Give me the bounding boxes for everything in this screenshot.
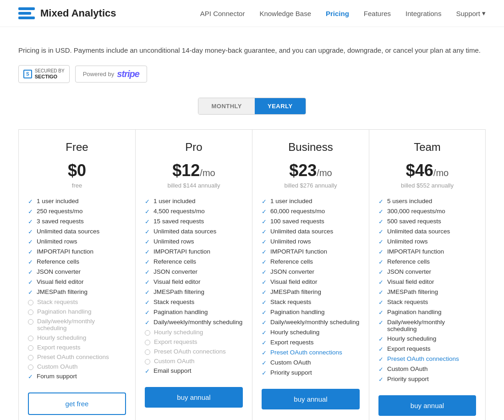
plan-billing: billed $276 annually — [262, 182, 360, 189]
yearly-toggle[interactable]: YEARLY — [255, 98, 306, 114]
circle-icon — [145, 330, 150, 336]
feature-item: ✓ Reference cells — [28, 257, 126, 267]
plan-billing: free — [28, 182, 126, 189]
check-icon: ✓ — [378, 218, 383, 225]
check-icon: ✓ — [378, 238, 383, 245]
feature-item: ✓ IMPORTAPI function — [145, 247, 243, 257]
feature-item: ✓ 15 saved requests — [145, 216, 243, 227]
circle-icon — [145, 359, 150, 365]
feature-item: Stack requests — [28, 297, 126, 307]
check-icon: ✓ — [378, 356, 383, 363]
check-icon: ✓ — [28, 289, 33, 296]
check-icon: ✓ — [378, 208, 383, 215]
sectigo-text: SECURED BY SECTIGO — [35, 68, 65, 80]
monthly-toggle[interactable]: MONTHLY — [198, 98, 255, 114]
feature-item: ✓ 5 users included — [378, 196, 476, 206]
feature-item: ✓ Daily/weekly/monthly scheduling — [145, 317, 243, 327]
circle-icon — [145, 340, 150, 345]
feature-item: Hourly scheduling — [145, 327, 243, 337]
plan-price: $0 — [28, 161, 126, 180]
check-icon: ✓ — [378, 376, 383, 383]
check-icon: ✓ — [262, 329, 267, 336]
feature-item: Custom OAuth — [28, 362, 126, 371]
nav-knowledge-base[interactable]: Knowledge Base — [259, 10, 311, 17]
plan-name: Team — [378, 141, 476, 154]
feature-item: Export requests — [28, 343, 126, 352]
plan-price: $23/mo — [262, 161, 360, 180]
check-icon: ✓ — [145, 208, 150, 215]
logo-icon — [18, 7, 35, 19]
logo-text: Mixed Analytics — [40, 7, 116, 19]
plan-cta-button[interactable]: buy annual — [378, 395, 476, 416]
feature-item: ✓ Hourly scheduling — [262, 327, 360, 337]
sectigo-s-icon: S — [23, 70, 32, 78]
badges: S SECURED BY SECTIGO Powered by stripe — [18, 65, 486, 83]
check-icon: ✓ — [28, 208, 33, 215]
check-icon: ✓ — [262, 269, 267, 276]
plan-cta-button[interactable]: buy annual — [145, 387, 243, 408]
circle-icon — [28, 336, 33, 341]
toggle-group: MONTHLY YEARLY — [198, 98, 306, 115]
feature-item: ✓ 250 requests/mo — [28, 206, 126, 216]
check-icon: ✓ — [145, 259, 150, 265]
pricing-card-free: Free $0 free ✓ 1 user included ✓ 250 req… — [18, 129, 135, 420]
plan-price: $46/mo — [378, 161, 476, 180]
logo-bar-3 — [18, 17, 35, 19]
feature-item: ✓ JSON converter — [28, 267, 126, 277]
feature-item: ✓ Forum support — [28, 371, 126, 381]
feature-item: ✓ Custom OAuth — [378, 364, 476, 374]
circle-icon — [28, 345, 33, 351]
feature-item: ✓ 300,000 requests/mo — [378, 206, 476, 216]
nav-support[interactable]: Support ▾ — [456, 9, 486, 17]
check-icon: ✓ — [145, 309, 150, 316]
check-icon: ✓ — [378, 289, 383, 296]
check-icon: ✓ — [262, 339, 267, 346]
feature-item: ✓ Stack requests — [145, 297, 243, 307]
feature-item: ✓ Email support — [145, 366, 243, 376]
feature-item: ✓ Custom OAuth — [262, 358, 360, 368]
circle-icon — [28, 300, 33, 305]
feature-item: ✓ Hourly scheduling — [378, 334, 476, 344]
feature-item: ✓ Unlimited rows — [28, 237, 126, 247]
feature-list: ✓ 5 users included ✓ 300,000 requests/mo… — [378, 196, 476, 384]
check-icon: ✓ — [378, 366, 383, 373]
check-icon: ✓ — [262, 349, 267, 356]
check-icon: ✓ — [145, 319, 150, 326]
check-icon: ✓ — [262, 359, 267, 366]
feature-item: ✓ Unlimited data sources — [28, 227, 126, 237]
feature-item: Preset OAuth connections — [28, 352, 126, 362]
check-icon: ✓ — [145, 218, 150, 225]
check-icon: ✓ — [262, 228, 267, 235]
nav-features[interactable]: Features — [364, 10, 391, 17]
circle-icon — [28, 355, 33, 360]
pricing-cards: Free $0 free ✓ 1 user included ✓ 250 req… — [18, 129, 486, 420]
feature-item: ✓ JSON converter — [378, 267, 476, 277]
feature-list: ✓ 1 user included ✓ 60,000 requests/mo ✓… — [262, 196, 360, 378]
logo[interactable]: Mixed Analytics — [18, 7, 116, 19]
check-icon: ✓ — [28, 269, 33, 276]
plan-billing: billed $552 annually — [378, 182, 476, 189]
plan-cta-button[interactable]: get free — [28, 392, 126, 415]
feature-item: ✓ Preset OAuth connections — [262, 348, 360, 358]
feature-item: ✓ 60,000 requests/mo — [262, 206, 360, 216]
check-icon: ✓ — [145, 368, 150, 375]
pricing-note: Pricing is in USD. Payments include an u… — [18, 45, 486, 56]
billing-toggle: MONTHLY YEARLY — [18, 98, 486, 115]
feature-item: Preset OAuth connections — [145, 347, 243, 356]
plan-cta-button[interactable]: buy annual — [262, 389, 360, 409]
check-icon: ✓ — [378, 319, 383, 326]
check-icon: ✓ — [145, 289, 150, 296]
feature-item: ✓ IMPORTAPI function — [378, 247, 476, 257]
check-icon: ✓ — [378, 309, 383, 316]
feature-item: ✓ Export requests — [378, 344, 476, 354]
feature-item: ✓ Priority support — [262, 368, 360, 378]
feature-item: ✓ 500 saved requests — [378, 216, 476, 227]
plan-name: Business — [262, 141, 360, 154]
feature-item: ✓ Unlimited data sources — [145, 227, 243, 237]
nav-api-connector[interactable]: API Connector — [200, 10, 245, 17]
feature-item: ✓ Export requests — [262, 337, 360, 348]
nav-integrations[interactable]: Integrations — [405, 10, 441, 17]
logo-bar-2 — [18, 12, 31, 15]
logo-bar-1 — [18, 7, 35, 10]
nav-pricing[interactable]: Pricing — [326, 10, 349, 17]
